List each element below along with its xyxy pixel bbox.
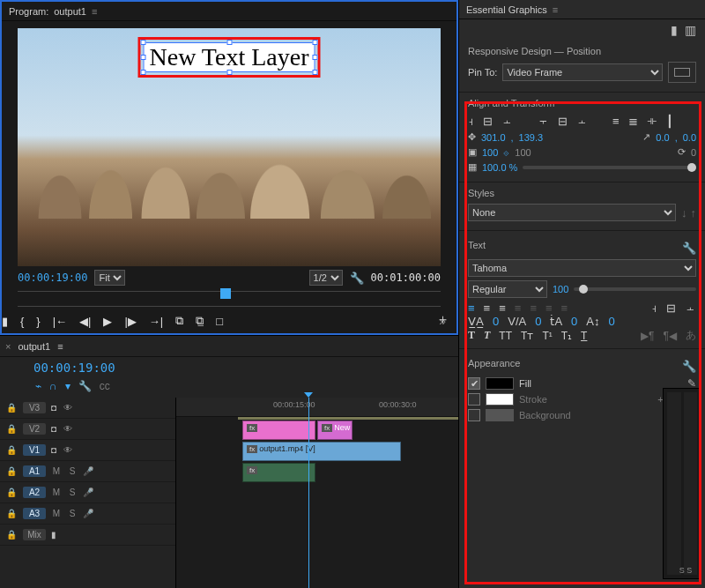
rtl-icon[interactable]: ¶◀ <box>664 330 677 342</box>
step-back-icon[interactable]: ◀| <box>79 315 91 328</box>
new-layer-icon[interactable]: ▮ <box>671 23 678 37</box>
lock-icon[interactable]: 🔒 <box>5 509 18 518</box>
go-to-out-icon[interactable]: →| <box>149 315 163 328</box>
button-editor-icon[interactable]: ＋ <box>436 311 449 328</box>
playhead-line[interactable] <box>308 398 309 588</box>
step-forward-icon[interactable]: |▶ <box>124 315 136 328</box>
lock-icon[interactable]: 🔒 <box>5 530 18 540</box>
resize-handle[interactable] <box>140 70 145 75</box>
voice-icon[interactable]: 🎤 <box>83 466 93 476</box>
voice-icon[interactable]: 🎤 <box>83 509 93 518</box>
background-checkbox[interactable] <box>468 409 480 421</box>
track-a2[interactable]: A2 <box>23 487 46 498</box>
link-scale-icon[interactable]: ⟐ <box>503 147 509 158</box>
pin-to-select[interactable]: Video Frame <box>502 63 663 81</box>
solo-button[interactable]: S <box>67 488 78 497</box>
marker-icon[interactable]: ▾ <box>65 380 70 392</box>
tsume-icon[interactable]: あ <box>686 328 696 343</box>
track-v3[interactable]: V3 <box>23 402 46 413</box>
settings-icon[interactable]: 🔧 <box>350 272 364 285</box>
mute-button[interactable]: M <box>51 509 62 518</box>
align-center-text-icon[interactable]: ≡ <box>484 301 491 315</box>
program-viewer[interactable]: New Text Layer <box>18 28 441 266</box>
mark-out-bracket-icon[interactable]: } <box>36 315 40 328</box>
text-layer[interactable]: New Text Layer <box>143 42 315 72</box>
ltr-icon[interactable]: ▶¶ <box>641 330 654 342</box>
close-tab-icon[interactable]: × <box>5 341 11 352</box>
smallcaps-icon[interactable]: Tᴛ <box>521 330 533 342</box>
current-timecode[interactable]: 00:00:19:00 <box>18 272 87 284</box>
background-swatch[interactable] <box>486 409 514 421</box>
solo-button[interactable]: S <box>67 509 78 518</box>
track-area[interactable]: 00:00:15:00 00:00:30:0 fx fxNew fxoutput… <box>176 398 458 588</box>
mute-button[interactable]: M <box>51 488 62 497</box>
font-size[interactable]: 100 <box>553 284 568 294</box>
faux-bold-icon[interactable]: T <box>468 329 475 342</box>
align-stroke-icon[interactable]: ┃ <box>666 115 673 128</box>
leading-value[interactable]: 0 <box>571 315 577 328</box>
playhead-marker[interactable] <box>220 288 231 299</box>
sequence-tab[interactable]: output1 <box>18 341 50 352</box>
subscript-icon[interactable]: T₁ <box>561 330 572 342</box>
font-style-select[interactable]: Regular <box>468 280 547 298</box>
justify-last-right-icon[interactable]: ≡ <box>545 301 553 315</box>
opacity-slider[interactable] <box>523 166 696 169</box>
stroke-swatch[interactable] <box>486 393 514 406</box>
align-left-text-icon[interactable]: ≡ <box>468 301 475 315</box>
audio-clip[interactable]: fx <box>242 463 315 482</box>
track-a3[interactable]: A3 <box>23 508 46 519</box>
work-area[interactable] <box>238 417 458 420</box>
snap-icon[interactable]: ⌁ <box>35 380 41 392</box>
group-icon[interactable]: ▥ <box>685 23 696 37</box>
cc-icon[interactable]: cc <box>100 380 110 392</box>
text-bottom-icon[interactable]: ⫠ <box>685 301 696 315</box>
justify-all-icon[interactable]: ≡ <box>561 301 568 315</box>
track-a1[interactable]: A1 <box>23 465 46 477</box>
video-clip[interactable]: fxoutput1.mp4 [V] <box>242 442 401 461</box>
align-center-h-icon[interactable]: ⊟ <box>483 115 493 128</box>
lock-icon[interactable]: 🔒 <box>5 488 18 497</box>
baseline-value[interactable]: 0 <box>609 315 615 328</box>
lock-icon[interactable]: 🔒 <box>5 445 18 455</box>
resize-handle[interactable] <box>313 40 318 45</box>
lift-icon[interactable]: ⧉ <box>175 314 183 328</box>
scrub-bar[interactable] <box>18 291 441 307</box>
pull-style-icon[interactable]: ↑ <box>691 206 697 220</box>
lock-icon[interactable]: 🔒 <box>5 403 18 413</box>
align-left-icon[interactable]: ⫞ <box>468 115 474 128</box>
kerning-value[interactable]: 0 <box>535 315 541 328</box>
resize-handle[interactable] <box>226 70 232 75</box>
stroke-checkbox[interactable] <box>468 393 480 406</box>
justify-last-left-icon[interactable]: ≡ <box>515 301 522 315</box>
panel-menu-icon[interactable]: ≡ <box>57 341 63 352</box>
timeline-timecode[interactable]: 00:00:19:00 <box>7 361 115 375</box>
track-mix[interactable]: Mix <box>23 529 46 540</box>
mark-in-bracket-icon[interactable]: { <box>20 315 24 328</box>
superscript-icon[interactable]: T¹ <box>542 330 552 342</box>
eye-icon[interactable]: 👁 <box>62 403 74 413</box>
track-v1[interactable]: V1 <box>23 444 46 456</box>
distribute-spacing-icon[interactable]: ⟛ <box>647 114 657 128</box>
resize-handle[interactable] <box>140 55 145 60</box>
align-right-icon[interactable]: ⫠ <box>501 115 513 128</box>
pin-widget[interactable] <box>668 62 696 83</box>
scale-value[interactable]: 100 <box>482 147 498 158</box>
toggle-output-icon[interactable]: ◘ <box>51 403 56 413</box>
time-ruler[interactable]: 00:00:15:00 00:00:30:0 <box>176 398 458 417</box>
align-bottom-icon[interactable]: ⫠ <box>576 115 588 128</box>
rotation-value[interactable]: 0 <box>691 147 696 158</box>
lock-icon[interactable]: 🔒 <box>5 466 18 476</box>
mark-in-icon[interactable]: ▮ <box>2 315 8 328</box>
align-top-icon[interactable]: ⫟ <box>538 115 549 128</box>
position-x[interactable]: 301.0 <box>481 132 506 143</box>
go-to-in-icon[interactable]: |← <box>53 315 67 328</box>
graphics-clip[interactable]: fx <box>242 421 315 440</box>
extract-icon[interactable]: ⧉̲ <box>196 314 204 328</box>
distribute-h-icon[interactable]: ≡ <box>612 115 620 128</box>
voice-icon[interactable]: 🎤 <box>83 488 93 497</box>
styles-select[interactable]: None <box>468 204 676 221</box>
graphics-clip[interactable]: fxNew <box>317 421 352 440</box>
justify-last-center-icon[interactable]: ≡ <box>530 301 537 315</box>
resize-handle[interactable] <box>313 55 318 60</box>
solo-button[interactable]: S <box>67 466 78 476</box>
